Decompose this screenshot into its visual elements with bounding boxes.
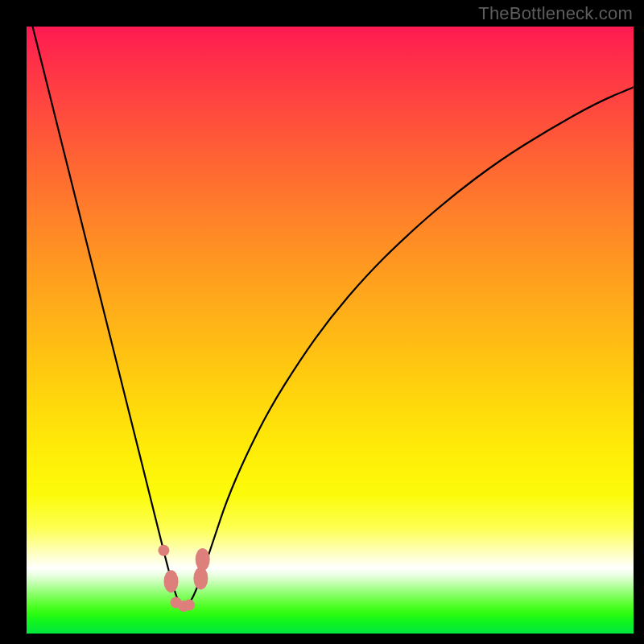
data-markers [27, 27, 634, 634]
svg-point-1 [164, 570, 179, 592]
plot-area [27, 27, 634, 634]
svg-point-6 [196, 548, 210, 571]
svg-point-0 [158, 545, 169, 556]
chart-frame: TheBottleneck.com [0, 0, 644, 644]
svg-point-5 [193, 567, 208, 589]
svg-point-4 [184, 600, 195, 611]
watermark-text: TheBottleneck.com [478, 3, 633, 24]
